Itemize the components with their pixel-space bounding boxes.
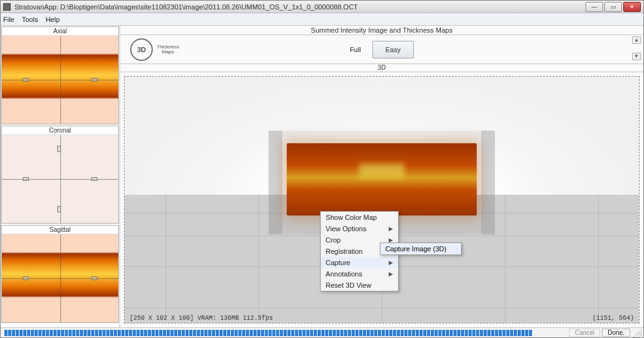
content-area: Axial Coronal (1, 26, 643, 327)
sagittal-title: Sagittal (2, 226, 118, 234)
progress-tick (476, 330, 479, 336)
progress-tick (450, 330, 453, 336)
axial-image[interactable] (2, 36, 118, 124)
bottom-bar: Cancel Done. (1, 327, 643, 337)
progress-tick (325, 330, 328, 336)
marker[interactable] (91, 276, 97, 280)
coronal-image[interactable] (2, 135, 118, 223)
progress-tick (238, 330, 242, 336)
minimize-button[interactable]: — (586, 2, 603, 12)
progress-tick (265, 330, 268, 336)
toolbar-scroll: ▲ ▼ (632, 36, 641, 60)
close-button[interactable]: ✕ (623, 2, 641, 12)
marker[interactable] (23, 78, 29, 82)
ctx-show-color-map[interactable]: Show Color Map (321, 212, 398, 223)
scroll-down-icon[interactable]: ▼ (632, 53, 641, 60)
progress-tick (401, 330, 404, 336)
marker[interactable] (57, 206, 61, 212)
progress-tick (484, 330, 487, 336)
progress-tick (8, 330, 11, 336)
progress-tick (201, 330, 204, 336)
coronal-title: Coronal (2, 126, 118, 135)
menu-file[interactable]: File (3, 16, 14, 23)
tool-thickness-button[interactable]: Thickness Maps (157, 45, 179, 55)
progress-tick (314, 330, 317, 336)
progress-tick (53, 330, 57, 336)
progress-tick (416, 330, 419, 336)
main-toolbar: 3D Thickness Maps Full Easy ▲ ▼ (120, 35, 643, 64)
ctx-capture[interactable]: Capture ▶ (321, 257, 398, 268)
progress-tick (253, 330, 257, 336)
progress-tick (435, 330, 438, 336)
progress-tick (393, 330, 396, 336)
progress-tick (269, 330, 272, 336)
progress-tick (521, 330, 525, 336)
progress-tick (491, 330, 494, 336)
sub-title-3d: 3D (120, 64, 643, 72)
progress-tick (129, 330, 132, 336)
progress-tick (23, 330, 26, 336)
menu-tools[interactable]: Tools (22, 16, 38, 23)
maximize-button[interactable]: ▭ (604, 2, 622, 12)
sagittal-view-block: Sagittal (1, 225, 119, 323)
progress-tick (340, 330, 343, 336)
ctx-item-label: View Options (326, 225, 367, 232)
main-panel: Summed Intensity Image and Thickness Map… (120, 26, 643, 327)
chevron-right-icon: ▶ (389, 259, 393, 266)
progress-tick (518, 330, 521, 336)
sagittal-image[interactable] (2, 234, 118, 322)
menubar: File Tools Help (1, 13, 643, 26)
volume-core (287, 143, 477, 215)
volume-face-left (269, 131, 282, 234)
marker[interactable] (23, 276, 29, 280)
progress-tick (235, 330, 238, 336)
progress-tick (50, 330, 53, 336)
marker[interactable] (91, 78, 97, 82)
progress-tick (374, 330, 377, 336)
progress-tick (427, 330, 430, 336)
progress-tick (140, 330, 143, 336)
progress-tick (291, 330, 294, 336)
easy-button[interactable]: Easy (372, 41, 414, 58)
progress-tick (276, 330, 279, 336)
progress-tick (212, 330, 215, 336)
progress-tick (163, 330, 166, 336)
progress-tick (510, 330, 513, 336)
progress-tick (280, 330, 283, 336)
resize-grip-icon[interactable] (633, 329, 642, 337)
progress-tick (125, 330, 128, 336)
menu-help[interactable]: Help (45, 16, 60, 23)
progress-tick (118, 330, 121, 336)
progress-tick (159, 330, 162, 336)
scroll-up-icon[interactable]: ▲ (632, 36, 641, 44)
ctx-view-options[interactable]: View Options ▶ (321, 223, 398, 234)
coronal-view-block: Coronal (1, 126, 119, 224)
crosshair-v (60, 36, 61, 124)
progress-tick (397, 330, 400, 336)
progress-tick (472, 330, 475, 336)
progress-tick (208, 330, 211, 336)
progress-tick (453, 330, 457, 336)
marker[interactable] (91, 177, 97, 181)
ctx-subitem-label: Capture Image (3D) (386, 245, 447, 253)
progress-tick (46, 330, 49, 336)
ctx-annotations[interactable]: Annotations ▶ (321, 268, 398, 280)
ctx-capture-image-3d[interactable]: Capture Image (3D) (380, 243, 461, 254)
progress-tick (318, 330, 321, 336)
tool-3d-button[interactable]: 3D (130, 38, 153, 61)
progress-tick (152, 330, 155, 336)
marker[interactable] (57, 146, 61, 152)
axial-title: Axial (2, 27, 118, 36)
cancel-button[interactable]: Cancel (569, 329, 600, 337)
context-submenu-capture: Capture Image (3D) (380, 243, 462, 255)
progress-tick (148, 330, 151, 336)
progress-tick (423, 330, 426, 336)
progress-tick (16, 330, 19, 336)
ctx-reset-3d-view[interactable]: Reset 3D View (321, 280, 398, 291)
progress-tick (321, 330, 325, 336)
progress-tick (65, 330, 68, 336)
progress-tick (367, 330, 370, 336)
progress-tick (310, 330, 313, 336)
marker[interactable] (23, 177, 29, 181)
progress-tick (355, 330, 358, 336)
